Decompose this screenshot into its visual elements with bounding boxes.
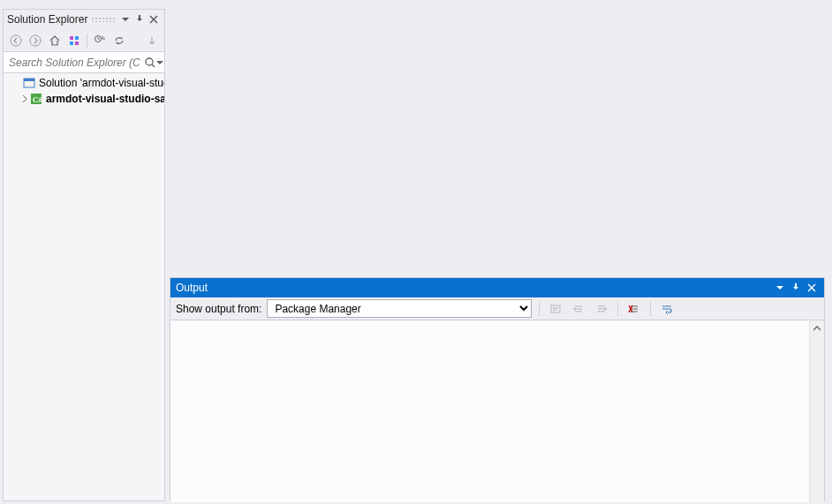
separator-icon [617, 302, 618, 316]
svg-rect-12 [551, 305, 560, 312]
project-node[interactable]: C# armdot-visual-studio-sa [4, 91, 164, 107]
output-title: Output [176, 282, 208, 294]
grip-icon [91, 17, 115, 22]
solution-icon [23, 76, 35, 90]
pin-icon[interactable] [789, 281, 803, 295]
search-icon[interactable] [144, 54, 156, 71]
solution-explorer-title: Solution Explorer [7, 13, 87, 26]
switch-views-icon[interactable] [65, 32, 83, 49]
toggle-word-wrap-icon[interactable] [658, 300, 676, 318]
pin-icon[interactable] [132, 12, 147, 26]
dropdown-icon[interactable] [118, 12, 132, 26]
solution-label: Solution 'armdot-visual-stud [39, 77, 164, 89]
solution-node[interactable]: Solution 'armdot-visual-stud [4, 75, 164, 91]
output-source-select[interactable]: Package Manager [267, 299, 532, 318]
svg-rect-2 [70, 36, 73, 40]
back-icon[interactable] [7, 32, 25, 49]
goto-next-icon [593, 300, 610, 318]
project-label: armdot-visual-studio-sa [46, 93, 164, 105]
svg-rect-3 [75, 36, 79, 40]
svg-rect-5 [75, 41, 79, 45]
solution-explorer-panel: Solution Explorer [3, 9, 165, 501]
home-icon[interactable] [46, 32, 64, 49]
show-output-from-label: Show output from: [176, 303, 261, 315]
svg-point-0 [11, 35, 21, 46]
close-icon[interactable] [805, 281, 819, 295]
close-icon[interactable] [147, 12, 161, 26]
forward-icon[interactable] [26, 32, 44, 49]
search-dropdown-icon[interactable] [156, 54, 163, 71]
search-input[interactable] [7, 56, 144, 70]
output-toolbar: Show output from: Package Manager [170, 297, 824, 320]
separator-icon [650, 302, 651, 316]
scroll-up-icon[interactable] [810, 320, 824, 335]
dropdown-icon[interactable] [773, 281, 787, 295]
output-titlebar: Output [170, 278, 824, 297]
output-panel: Output Show output from: Package Manager [170, 277, 825, 501]
csharp-project-icon: C# [30, 92, 42, 106]
solution-explorer-search-row [4, 52, 164, 73]
overflow-icon[interactable] [143, 32, 161, 49]
chevron-right-icon[interactable] [21, 94, 28, 104]
vertical-scrollbar[interactable] [809, 320, 824, 502]
solution-explorer-toolbar [4, 29, 164, 52]
pending-changes-filter-icon[interactable] [91, 32, 109, 49]
output-text-area[interactable] [170, 320, 824, 502]
sync-icon[interactable] [110, 32, 128, 49]
separator-icon [539, 302, 540, 316]
goto-previous-icon [570, 300, 587, 318]
separator-icon [87, 34, 87, 48]
svg-text:C#: C# [33, 95, 42, 104]
svg-point-7 [146, 58, 153, 65]
solution-explorer-tree: Solution 'armdot-visual-stud C# armdot-v… [4, 73, 164, 109]
clear-all-icon[interactable] [625, 300, 643, 318]
svg-point-1 [30, 35, 41, 46]
solution-explorer-titlebar: Solution Explorer [4, 10, 164, 29]
svg-rect-9 [24, 79, 34, 81]
find-message-icon [547, 300, 564, 318]
svg-rect-4 [70, 41, 73, 45]
